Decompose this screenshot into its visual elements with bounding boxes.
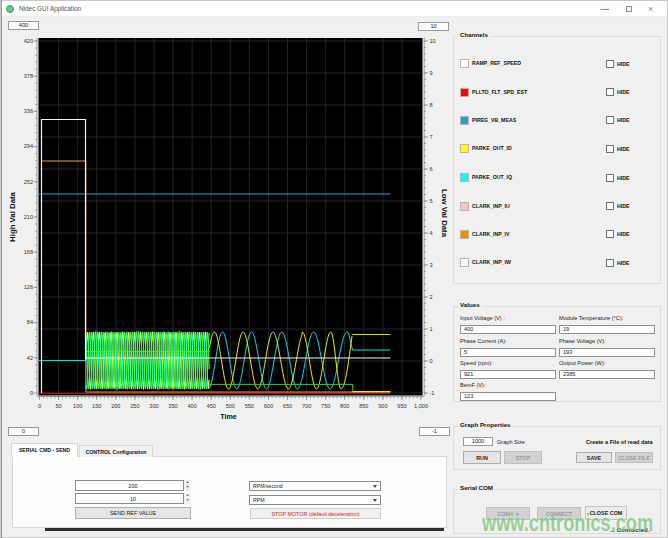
svg-text:5: 5 (430, 198, 433, 204)
svg-text:400: 400 (187, 403, 196, 409)
svg-text:126: 126 (24, 284, 33, 290)
svg-text:2: 2 (430, 294, 433, 300)
svg-text:3: 3 (430, 262, 433, 268)
svg-text:420: 420 (24, 38, 33, 44)
svg-text:0: 0 (30, 390, 33, 396)
svg-text:-1: -1 (430, 390, 435, 396)
svg-text:4: 4 (430, 230, 433, 236)
svg-text:Time: Time (220, 412, 237, 421)
svg-text:550: 550 (245, 403, 254, 409)
svg-text:700: 700 (302, 403, 311, 409)
svg-text:7: 7 (430, 134, 433, 140)
svg-text:300: 300 (149, 403, 158, 409)
svg-text:200: 200 (111, 403, 120, 409)
svg-text:High Val Data: High Val Data (8, 191, 17, 241)
svg-text:9: 9 (430, 70, 433, 76)
svg-text:0: 0 (38, 403, 41, 409)
svg-text:210: 210 (24, 214, 33, 220)
svg-text:6: 6 (430, 166, 433, 172)
svg-text:8: 8 (430, 102, 433, 108)
svg-text:650: 650 (283, 403, 292, 409)
svg-text:42: 42 (27, 355, 33, 361)
svg-text:50: 50 (55, 403, 61, 409)
svg-text:350: 350 (168, 403, 177, 409)
svg-text:252: 252 (24, 179, 33, 185)
svg-text:250: 250 (130, 403, 139, 409)
svg-text:294: 294 (24, 143, 33, 149)
svg-text:450: 450 (207, 403, 216, 409)
svg-text:750: 750 (321, 403, 330, 409)
svg-text:378: 378 (24, 73, 33, 79)
svg-text:900: 900 (378, 403, 387, 409)
svg-text:800: 800 (340, 403, 349, 409)
svg-text:600: 600 (264, 403, 273, 409)
svg-text:100: 100 (73, 403, 82, 409)
svg-text:850: 850 (359, 403, 368, 409)
svg-text:500: 500 (226, 403, 235, 409)
svg-text:84: 84 (27, 319, 33, 325)
svg-text:1,000: 1,000 (414, 403, 428, 409)
svg-text:1: 1 (430, 326, 433, 332)
svg-text:950: 950 (397, 403, 406, 409)
svg-text:10: 10 (430, 38, 436, 44)
svg-text:Low Val Data: Low Val Data (440, 189, 449, 238)
svg-text:0: 0 (430, 358, 433, 364)
svg-text:168: 168 (24, 249, 33, 255)
svg-text:336: 336 (24, 108, 33, 114)
svg-text:150: 150 (92, 403, 101, 409)
